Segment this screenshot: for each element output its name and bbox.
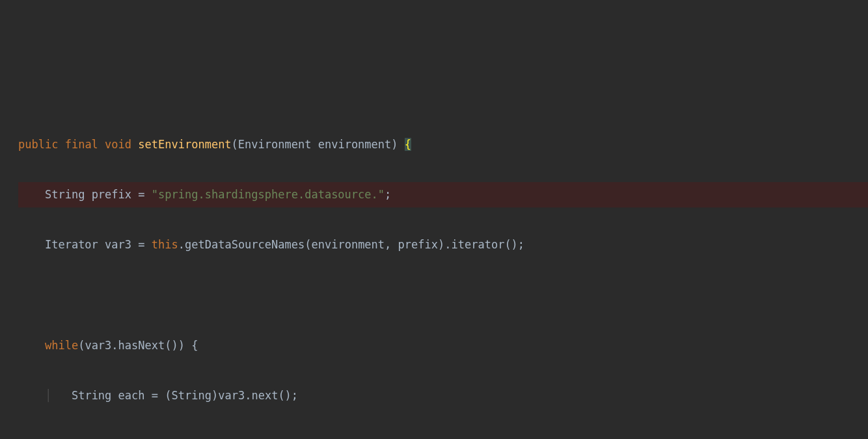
var: var3 <box>105 238 131 251</box>
keyword-final: final <box>65 138 98 151</box>
param-type: Environment <box>238 138 312 151</box>
method-call: hasNext <box>118 339 165 352</box>
code-editor[interactable]: public final void setEnvironment(Environ… <box>0 100 868 439</box>
var: each <box>118 389 145 402</box>
string-literal: "spring.shardingsphere.datasource." <box>152 188 385 201</box>
type: String <box>72 389 111 402</box>
code-line: public final void setEnvironment(Environ… <box>18 132 868 157</box>
code-line-blank <box>18 433 868 439</box>
keyword-public: public <box>18 138 58 151</box>
type: String <box>45 188 85 201</box>
var: prefix <box>92 188 131 201</box>
code-line: │ String each = (String)var3.next(); <box>18 383 868 408</box>
param-name: environment <box>318 138 392 151</box>
code-line-blank <box>18 283 868 308</box>
method-call: iterator <box>451 238 504 251</box>
keyword-while: while <box>45 339 78 352</box>
method-call: next <box>251 389 278 402</box>
method-call: getDataSourceNames <box>185 238 305 251</box>
code-line: Iterator var3 = this.getDataSourceNames(… <box>18 232 868 258</box>
code-line: while(var3.hasNext()) { <box>18 333 868 358</box>
method-name: setEnvironment <box>138 138 231 151</box>
keyword-this: this <box>152 238 178 251</box>
brace-open-highlight: { <box>405 138 411 151</box>
keyword-void: void <box>105 138 131 151</box>
type: Iterator <box>45 238 98 251</box>
code-line: String prefix = "spring.shardingsphere.d… <box>18 182 868 207</box>
